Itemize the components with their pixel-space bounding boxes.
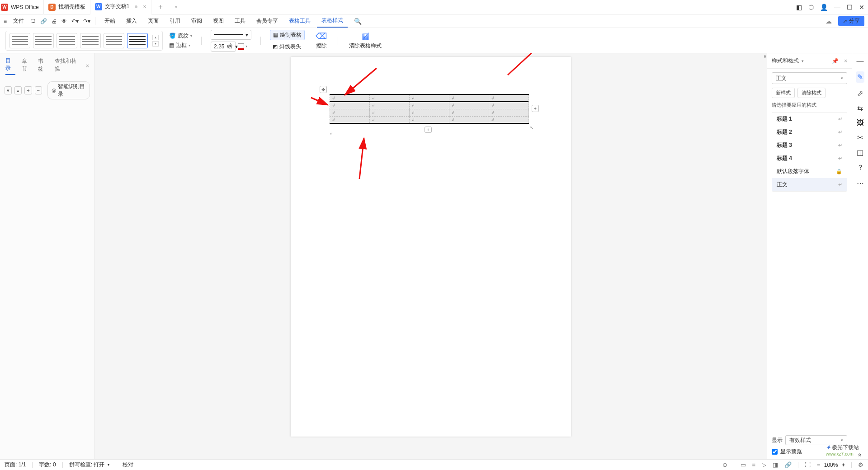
table-move-handle[interactable]: ✥ bbox=[320, 86, 327, 93]
menu-tools[interactable]: 工具 bbox=[230, 14, 250, 28]
table-resize-icon[interactable]: ⤡ bbox=[530, 125, 533, 130]
file-menu[interactable]: 文件 bbox=[9, 14, 28, 28]
menu-table-style[interactable]: 表格样式 bbox=[317, 14, 348, 28]
zoom-in-button[interactable]: + bbox=[841, 461, 845, 468]
nav-jump-icon[interactable]: ⊙ bbox=[722, 461, 727, 468]
rail-select-icon[interactable]: ⬀ bbox=[857, 89, 863, 98]
collapse-ribbon-icon[interactable]: — bbox=[857, 57, 864, 65]
panel-icon[interactable]: ◧ bbox=[796, 4, 802, 11]
proof-status[interactable]: 校对 bbox=[123, 461, 133, 469]
collapse-button[interactable]: ▾ bbox=[5, 86, 12, 94]
clear-table-style-button[interactable]: ▦̸ 清除表格样式 bbox=[344, 31, 386, 50]
nav-tab-bookmarks[interactable]: 书签 bbox=[38, 57, 48, 75]
table-style-swatch[interactable] bbox=[80, 33, 101, 48]
document-area[interactable]: ✥ ↲↲↲↲↲ ↲↲↲↲↲ ↲↲↲↲↲ ↲↲↲↲↲ + + ⤡ ↲ bbox=[95, 53, 767, 459]
view-read-icon[interactable]: ▷ bbox=[762, 461, 766, 468]
remove-entry-button[interactable]: − bbox=[35, 86, 42, 94]
new-tab-button[interactable]: ＋ bbox=[151, 2, 170, 12]
rail-more-icon[interactable]: ⋯ bbox=[857, 179, 864, 188]
view-web-icon[interactable]: ◨ bbox=[773, 461, 778, 468]
table[interactable]: ↲↲↲↲↲ ↲↲↲↲↲ ↲↲↲↲↲ ↲↲↲↲↲ bbox=[330, 94, 529, 124]
diagonal-header-button[interactable]: ◩斜线表头 bbox=[270, 42, 304, 52]
app-tab[interactable]: W WPS Office bbox=[0, 0, 44, 14]
menu-view[interactable]: 视图 bbox=[208, 14, 228, 28]
smart-toc-button[interactable]: ◎智能识别目录 bbox=[47, 81, 90, 99]
undo-button[interactable]: ↶▾ bbox=[71, 18, 79, 24]
style-heading3[interactable]: 标题 3↵ bbox=[772, 139, 847, 152]
cloud-sync-icon[interactable]: ☁ bbox=[826, 18, 832, 25]
preview-checkbox-input[interactable] bbox=[772, 449, 778, 455]
tab-document[interactable]: W 文字文稿1 × bbox=[90, 0, 151, 14]
menu-review[interactable]: 审阅 bbox=[187, 14, 207, 28]
rail-styles-icon[interactable]: ✎ bbox=[856, 71, 864, 83]
menu-icon[interactable]: ≡ bbox=[4, 18, 7, 24]
style-heading2[interactable]: 标题 2↵ bbox=[772, 126, 847, 139]
rail-layout-icon[interactable]: ◫ bbox=[857, 148, 863, 157]
draw-table-button[interactable]: ▦绘制表格 bbox=[270, 30, 305, 40]
cube-icon[interactable]: ⬡ bbox=[808, 4, 814, 11]
nav-tab-toc[interactable]: 目录 bbox=[5, 57, 15, 75]
search-icon[interactable]: 🔍 bbox=[349, 18, 366, 25]
nav-tab-find[interactable]: 查找和替换 bbox=[55, 57, 80, 75]
style-gallery[interactable]: ▴ ▾ bbox=[5, 31, 163, 51]
save-icon[interactable]: 🖫 bbox=[30, 18, 36, 24]
border-dropdown[interactable]: ▦边框▾ bbox=[169, 42, 192, 49]
minimize-button[interactable]: — bbox=[834, 4, 840, 11]
vertical-scrollbar[interactable] bbox=[761, 53, 767, 459]
view-page-icon[interactable]: ▭ bbox=[741, 461, 746, 468]
print-preview-icon[interactable]: 👁 bbox=[61, 18, 67, 24]
menu-table-tools[interactable]: 表格工具 bbox=[284, 14, 315, 28]
current-style-dropdown[interactable]: 正文▾ bbox=[772, 72, 847, 84]
table-style-swatch[interactable] bbox=[57, 33, 77, 48]
table-style-swatch[interactable] bbox=[9, 33, 30, 48]
menu-insert[interactable]: 插入 bbox=[122, 14, 142, 28]
line-color-dropdown[interactable]: ▾ bbox=[238, 43, 247, 50]
table-object[interactable]: ✥ ↲↲↲↲↲ ↲↲↲↲↲ ↲↲↲↲↲ ↲↲↲↲↲ + + ⤡ ↲ bbox=[330, 94, 529, 124]
nav-tab-sections[interactable]: 章节 bbox=[22, 57, 32, 75]
tab-close-button[interactable]: × bbox=[143, 4, 146, 10]
nav-close-button[interactable]: × bbox=[86, 63, 89, 69]
line-weight-dropdown[interactable]: 2.25磅▾ bbox=[211, 42, 236, 52]
view-outline-icon[interactable]: ≡ bbox=[752, 461, 756, 468]
rail-help-icon[interactable]: ？ bbox=[857, 163, 864, 173]
rail-tools-icon[interactable]: ✂ bbox=[857, 133, 863, 142]
tab-menu-button[interactable]: ▾ bbox=[170, 5, 183, 9]
share-button[interactable]: ↗ 分享 bbox=[838, 16, 864, 26]
redo-button[interactable]: ↷▾ bbox=[83, 18, 90, 24]
menu-start[interactable]: 开始 bbox=[100, 14, 120, 28]
link-save-icon[interactable]: 🔗 bbox=[40, 18, 47, 24]
fit-width-icon[interactable]: ⛶ bbox=[805, 461, 811, 468]
word-count[interactable]: 字数: 0 bbox=[39, 461, 56, 469]
style-heading1[interactable]: 标题 1↵ bbox=[772, 113, 847, 126]
settings-icon[interactable]: ⚙ bbox=[858, 461, 863, 468]
line-style-dropdown[interactable]: ▾ bbox=[211, 30, 251, 40]
zoom-value[interactable]: 100% bbox=[824, 462, 838, 468]
table-style-swatch[interactable] bbox=[33, 33, 54, 48]
menu-reference[interactable]: 引用 bbox=[165, 14, 185, 28]
move-up-button[interactable]: ▴ bbox=[14, 86, 22, 94]
style-body[interactable]: 正文↵ bbox=[772, 178, 847, 191]
add-column-handle[interactable]: + bbox=[532, 105, 539, 112]
gallery-down-icon[interactable]: ▾ bbox=[152, 41, 159, 47]
view-link-icon[interactable]: 🔗 bbox=[784, 461, 792, 468]
style-default-para[interactable]: 默认段落字体🔒 bbox=[772, 165, 847, 178]
rail-transform-icon[interactable]: ⇆ bbox=[857, 104, 863, 113]
menu-vip[interactable]: 会员专享 bbox=[252, 14, 283, 28]
print-icon[interactable]: 🖨 bbox=[52, 18, 57, 24]
spellcheck-status[interactable]: 拼写检查: 打开▾ bbox=[69, 461, 110, 469]
add-entry-button[interactable]: + bbox=[24, 86, 32, 94]
close-window-button[interactable]: ✕ bbox=[859, 4, 864, 11]
maximize-button[interactable]: ☐ bbox=[847, 4, 853, 11]
menu-page[interactable]: 页面 bbox=[143, 14, 163, 28]
new-style-button[interactable]: 新样式 bbox=[772, 88, 795, 98]
erase-button[interactable]: ⌫ 擦除 bbox=[311, 31, 331, 50]
page-indicator[interactable]: 页面: 1/1 bbox=[5, 461, 26, 469]
add-row-handle[interactable]: + bbox=[425, 127, 432, 133]
tab-templates[interactable]: D 找稻壳模板 bbox=[44, 0, 90, 14]
table-style-swatch[interactable] bbox=[104, 33, 124, 48]
style-heading4[interactable]: 标题 4↵ bbox=[772, 152, 847, 165]
gallery-up-icon[interactable]: ▴ bbox=[152, 35, 159, 40]
shading-dropdown[interactable]: 🪣底纹▾ bbox=[169, 32, 192, 40]
avatar-icon[interactable]: 👤 bbox=[820, 4, 828, 11]
rail-image-icon[interactable]: 🖼 bbox=[857, 119, 864, 127]
